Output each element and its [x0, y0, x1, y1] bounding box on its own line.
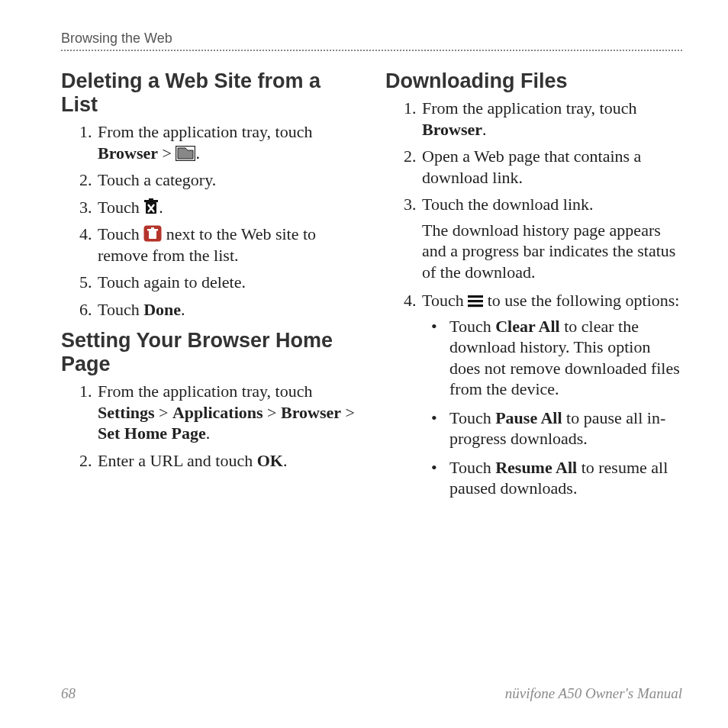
- text: .: [283, 451, 288, 470]
- svg-rect-8: [468, 295, 483, 298]
- manual-page: Browsing the Web Deleting a Web Site fro…: [0, 0, 728, 728]
- list-item: Touch a category.: [96, 169, 358, 191]
- text: Touch: [98, 224, 143, 243]
- bookmark-folder-icon: [176, 146, 195, 161]
- list-item: Touch Clear All to clear the download hi…: [427, 316, 682, 400]
- paragraph: The download history page appears and a …: [422, 220, 682, 283]
- text: Touch: [449, 458, 495, 477]
- text: Touch: [98, 300, 143, 319]
- bold-text: Browser: [281, 403, 341, 422]
- two-column-layout: Deleting a Web Site from a List From the…: [61, 60, 682, 507]
- list-item: Touch the download link. The download hi…: [420, 194, 682, 282]
- text: to use the following options:: [483, 291, 679, 310]
- text: From the application tray, touch: [422, 98, 636, 118]
- text: Enter a URL and touch: [98, 451, 257, 470]
- list-item: Touch next to the Web site to remove fro…: [96, 224, 358, 266]
- list-item: From the application tray, touch Setting…: [96, 381, 358, 444]
- text: Touch: [98, 198, 143, 217]
- bold-text: OK: [257, 451, 283, 470]
- svg-rect-9: [468, 300, 483, 302]
- text: Touch: [449, 317, 495, 336]
- list-item: Touch Pause All to pause all in-progress…: [427, 407, 682, 449]
- bold-text: Settings: [98, 403, 155, 422]
- trash-red-icon: [143, 225, 162, 242]
- text: Touch the download link.: [422, 195, 594, 214]
- text: >: [158, 143, 176, 163]
- text: Touch: [422, 291, 468, 310]
- list-item: From the application tray, touch Browser…: [96, 121, 358, 163]
- list-item: Touch Resume All to resume all paused do…: [427, 457, 682, 499]
- menu-lines-icon: [468, 295, 483, 308]
- left-column: Deleting a Web Site from a List From the…: [61, 60, 358, 507]
- bold-text: Set Home Page: [98, 424, 206, 443]
- svg-rect-5: [149, 230, 156, 239]
- text: >: [341, 403, 355, 422]
- steps-downloading-files: From the application tray, touch Browser…: [385, 98, 682, 499]
- svg-rect-10: [468, 304, 483, 307]
- list-item: Touch Done.: [96, 299, 358, 321]
- running-header: Browsing the Web: [61, 31, 682, 47]
- text: >: [263, 403, 281, 422]
- list-item: From the application tray, touch Browser…: [420, 98, 682, 140]
- page-footer: 68 nüvifone A50 Owner's Manual: [61, 685, 682, 702]
- text: Touch: [449, 408, 495, 427]
- bold-text: Applications: [172, 403, 263, 422]
- heading-downloading-files: Downloading Files: [385, 69, 682, 93]
- svg-rect-7: [151, 227, 154, 229]
- sub-options: Touch Clear All to clear the download hi…: [422, 316, 682, 499]
- list-item: Enter a URL and touch OK.: [96, 450, 358, 472]
- text: From the application tray, touch: [98, 382, 312, 401]
- heading-set-home-page: Setting Your Browser Home Page: [61, 329, 358, 376]
- bold-text: Done: [143, 300, 181, 319]
- bold-text: Browser: [98, 143, 158, 163]
- list-item: Touch .: [96, 197, 358, 218]
- text: .: [206, 424, 211, 443]
- svg-rect-3: [149, 198, 153, 201]
- trash-x-icon: [143, 198, 159, 215]
- steps-set-home-page: From the application tray, touch Setting…: [61, 381, 358, 471]
- svg-rect-6: [147, 229, 158, 231]
- steps-delete-site: From the application tray, touch Browser…: [61, 121, 358, 320]
- bold-text: Resume All: [495, 458, 577, 477]
- heading-delete-site: Deleting a Web Site from a List: [61, 69, 358, 117]
- text: .: [159, 198, 163, 217]
- text: .: [181, 300, 185, 319]
- list-item: Touch to use the following options: Touc…: [420, 290, 682, 499]
- list-item: Touch again to delete.: [96, 272, 358, 293]
- bold-text: Pause All: [495, 408, 562, 427]
- bold-text: Browser: [422, 120, 482, 139]
- manual-title: nüvifone A50 Owner's Manual: [505, 685, 682, 702]
- text: >: [155, 403, 172, 422]
- text: .: [195, 143, 200, 163]
- header-divider: [61, 50, 682, 51]
- text: .: [482, 120, 487, 139]
- bold-text: Clear All: [495, 317, 560, 336]
- right-column: Downloading Files From the application t…: [385, 60, 682, 507]
- list-item: Open a Web page that contains a download…: [420, 146, 682, 188]
- text: From the application tray, touch: [98, 122, 312, 141]
- page-number: 68: [61, 685, 76, 702]
